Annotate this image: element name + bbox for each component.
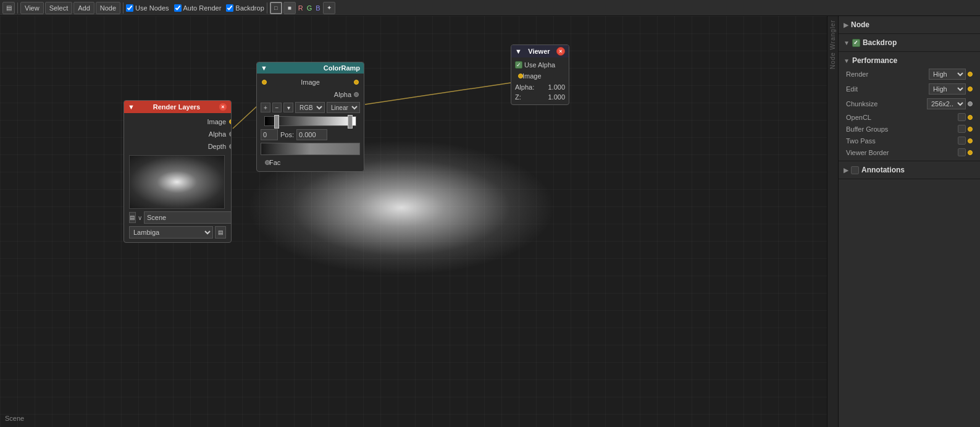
ramp-remove-btn[interactable]: − bbox=[272, 103, 282, 112]
backdrop-label: Backdrop bbox=[235, 4, 264, 12]
render-preview-image bbox=[129, 155, 225, 209]
node-section-header[interactable]: ▶ Node bbox=[839, 19, 980, 31]
ramp-zero-input[interactable] bbox=[261, 129, 278, 140]
backdrop-checkbox[interactable]: Backdrop bbox=[226, 4, 264, 12]
auto-render-checkbox[interactable]: Auto Render bbox=[174, 4, 222, 12]
node-menu[interactable]: Node bbox=[96, 2, 120, 14]
viewer-triangle: ▼ bbox=[515, 48, 522, 55]
colorramp-alpha-row: Alpha bbox=[257, 88, 364, 101]
buffer-groups-checkbox[interactable] bbox=[958, 125, 966, 133]
separator3 bbox=[267, 2, 267, 14]
edit-quality-dropdown[interactable]: High bbox=[929, 83, 966, 95]
viewer-title: Viewer bbox=[528, 48, 550, 55]
backdrop-arrow-icon: ▼ bbox=[844, 40, 850, 46]
backdrop-checkbox[interactable] bbox=[852, 39, 860, 47]
colorramp-output-socket[interactable] bbox=[354, 80, 359, 85]
colorramp-alpha-label: Alpha bbox=[334, 91, 351, 98]
colorramp-gradient-bar[interactable] bbox=[264, 116, 356, 126]
backdrop-input[interactable] bbox=[226, 4, 233, 12]
colorramp-fac-socket[interactable] bbox=[265, 160, 270, 165]
render-layers-depth-socket[interactable] bbox=[229, 144, 232, 149]
viewer-border-label: Viewer Border bbox=[846, 149, 889, 156]
scene-bottom-label: Scene bbox=[5, 415, 24, 422]
opencl-checkbox[interactable] bbox=[958, 113, 966, 121]
r-channel-btn[interactable]: R bbox=[298, 4, 303, 12]
ramp-handle-right[interactable] bbox=[348, 115, 353, 129]
mode-selector[interactable]: ▤ bbox=[2, 2, 15, 14]
node-section: ▶ Node bbox=[839, 16, 980, 34]
colorramp-alpha-socket[interactable] bbox=[354, 92, 359, 97]
edit-quality-row: Edit High bbox=[839, 82, 980, 96]
render-layers-body: Image Alpha Depth ▤ ∨ × bbox=[124, 113, 231, 242]
opencl-row: OpenCL bbox=[839, 111, 980, 123]
node-colorramp[interactable]: ▼ ColorRamp Image Alpha + − ▾ RGB bbox=[256, 62, 364, 172]
use-nodes-checkbox[interactable]: Use Nodes bbox=[126, 4, 169, 12]
scene-name-input[interactable] bbox=[144, 211, 232, 224]
viewer-use-alpha-checkbox[interactable] bbox=[515, 61, 522, 69]
lambiga-row: Lambiga ▤ bbox=[129, 226, 226, 239]
colorramp-title: ColorRamp bbox=[324, 64, 360, 72]
auto-render-input[interactable] bbox=[174, 4, 182, 12]
buffer-groups-dot bbox=[968, 127, 973, 132]
ramp-rgb-select[interactable]: RGB bbox=[295, 102, 325, 113]
annotations-arrow-icon: ▶ bbox=[844, 167, 848, 174]
render-layers-close[interactable]: × bbox=[219, 103, 227, 111]
b-channel-btn[interactable]: B bbox=[316, 4, 320, 12]
viewer-border-dot bbox=[968, 150, 973, 155]
rgb-mode-icon[interactable]: □ bbox=[270, 2, 282, 14]
viewer-close-btn[interactable]: × bbox=[556, 47, 565, 56]
toolbar: ▤ View Select Add Node Use Nodes Auto Re… bbox=[0, 0, 980, 16]
chunksize-row: Chunksize 256x2.. bbox=[839, 96, 980, 111]
render-quality-dot bbox=[968, 72, 973, 77]
select-menu[interactable]: Select bbox=[45, 2, 73, 14]
colorramp-swatch[interactable] bbox=[261, 143, 360, 155]
viewer-z-value: 1.000 bbox=[548, 93, 565, 101]
ramp-pos-input[interactable] bbox=[296, 129, 327, 140]
ramp-menu-btn[interactable]: ▾ bbox=[283, 103, 293, 112]
viewer-image-row: Image bbox=[511, 70, 569, 82]
two-pass-dot bbox=[968, 138, 973, 143]
node-render-layers[interactable]: ▼ Render Layers × Image Alpha Depth ▤ ∨ bbox=[124, 100, 232, 243]
performance-section-header[interactable]: ▼ Performance bbox=[839, 54, 980, 67]
svg-line-0 bbox=[233, 106, 257, 129]
annotations-section-header[interactable]: ▶ Annotations bbox=[839, 164, 980, 176]
misc-icon[interactable]: ✦ bbox=[323, 2, 335, 14]
render-layers-title: Render Layers bbox=[153, 103, 200, 111]
g-channel-btn[interactable]: G bbox=[307, 4, 312, 12]
scene-type-label: ∨ bbox=[138, 214, 142, 221]
node-section-label: Node bbox=[851, 20, 869, 29]
two-pass-label: Two Pass bbox=[846, 137, 876, 145]
rgba-icon[interactable]: ■ bbox=[283, 2, 296, 14]
chunksize-dropdown[interactable]: 256x2.. bbox=[927, 98, 966, 109]
ramp-linear-select[interactable]: Linear bbox=[327, 102, 360, 113]
view-menu[interactable]: View bbox=[20, 2, 44, 14]
render-layers-triangle: ▼ bbox=[128, 103, 135, 111]
colorramp-fac-label: Fac bbox=[269, 159, 280, 166]
scene-selector: ▤ ∨ × bbox=[129, 211, 226, 224]
performance-section-label: Performance bbox=[852, 56, 897, 65]
render-layers-image-socket[interactable] bbox=[229, 119, 232, 124]
viewer-border-checkbox[interactable] bbox=[958, 148, 966, 156]
render-quality-dropdown[interactable]: High bbox=[929, 69, 966, 80]
add-menu[interactable]: Add bbox=[73, 2, 94, 14]
render-layers-depth-label: Depth bbox=[208, 143, 226, 150]
use-nodes-input[interactable] bbox=[126, 4, 133, 12]
scene-icon-btn[interactable]: ▤ bbox=[129, 212, 136, 223]
two-pass-checkbox[interactable] bbox=[958, 137, 966, 145]
backdrop-section-header[interactable]: ▼ Backdrop bbox=[839, 36, 980, 49]
lambiga-select[interactable]: Lambiga bbox=[129, 226, 213, 239]
viewer-image-socket[interactable] bbox=[518, 74, 523, 78]
node-arrow-icon: ▶ bbox=[844, 22, 848, 28]
canvas-area[interactable]: ▼ Render Layers × Image Alpha Depth ▤ ∨ bbox=[0, 16, 948, 427]
node-viewer[interactable]: ▼ Viewer × Use Alpha Image Alpha: 1.000 … bbox=[511, 44, 569, 105]
ramp-add-btn[interactable]: + bbox=[261, 103, 270, 112]
render-layers-alpha-socket[interactable] bbox=[229, 132, 232, 137]
buffer-groups-label: Buffer Groups bbox=[846, 125, 888, 133]
annotations-checkbox[interactable] bbox=[851, 166, 859, 174]
lambiga-icon-btn[interactable]: ▤ bbox=[215, 226, 226, 239]
render-quality-label: Render bbox=[846, 70, 868, 78]
ramp-handle-left[interactable] bbox=[274, 115, 279, 129]
colorramp-image-label: Image bbox=[301, 78, 320, 86]
colorramp-body: Image Alpha + − ▾ RGB Linear bbox=[257, 74, 364, 171]
colorramp-input-socket[interactable] bbox=[262, 80, 267, 85]
